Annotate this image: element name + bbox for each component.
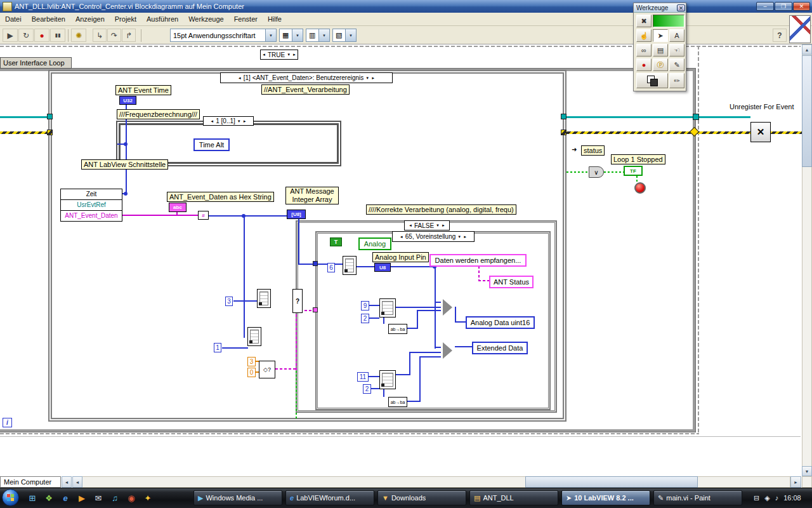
chevron-down-icon[interactable]: ▼	[265, 29, 276, 41]
sequence-selector[interactable]: ◄ 1 [0..1] ▼ ►	[203, 116, 254, 126]
event-structure-selector[interactable]: ◄ [1] <ANT_Event_Daten>: Benutzerereigni…	[220, 72, 393, 83]
quick-launch-icon[interactable]: ✉	[91, 491, 105, 505]
swap-bytes-node[interactable]: ab→ba	[388, 397, 407, 407]
u8-array-terminal[interactable]: [U8]	[287, 210, 306, 219]
taskbar-button-labview[interactable]: ➤ 10 LabVIEW 8.2 ...	[561, 490, 650, 505]
array-subset-node[interactable]	[379, 370, 396, 389]
numeric-constant[interactable]: 6	[327, 263, 335, 272]
font-selector[interactable]: 15pt Anwendungsschriftart ▼	[170, 29, 277, 42]
index-array-node[interactable]	[247, 327, 261, 346]
close-button[interactable]: ✕	[793, 2, 810, 11]
quick-launch-icon[interactable]: ✦	[141, 491, 155, 505]
select-comparison-node[interactable]: ◇?	[259, 361, 275, 378]
reorder-objects-dropdown[interactable]: ▧ ▼	[332, 29, 357, 42]
breakpoint-tool[interactable]: ●	[636, 58, 652, 71]
quick-launch-icon[interactable]: ◉	[124, 491, 138, 505]
step-out-button[interactable]: ↱	[122, 29, 136, 42]
chevron-down-icon[interactable]: ▼	[318, 29, 329, 41]
run-button[interactable]: ▶	[3, 29, 18, 42]
taskbar-button-downloads[interactable]: ▼ Downloads	[377, 490, 466, 505]
unbundle-field-ant-event-daten[interactable]: ANT_Event_Daten	[61, 211, 122, 221]
case-next-icon[interactable]: ►	[243, 119, 247, 123]
scroll-up-button[interactable]: ▲	[802, 44, 812, 55]
tf-boolean-terminal[interactable]: TF	[624, 166, 643, 176]
or-gate-node[interactable]: ∨	[589, 166, 604, 178]
scroll-right-button[interactable]: ►	[790, 476, 801, 488]
case-next-icon[interactable]: ►	[442, 224, 445, 227]
step-into-button[interactable]: ↳	[93, 29, 107, 42]
align-objects-dropdown[interactable]: ▦ ▼	[279, 29, 303, 42]
build-array-node[interactable]	[441, 298, 455, 316]
pause-button[interactable]: ▮▮	[50, 29, 65, 42]
operate-value-tool[interactable]: ☝	[636, 29, 652, 42]
numeric-constant[interactable]: 9	[361, 301, 369, 311]
quick-launch-icon[interactable]: ❖	[42, 491, 56, 505]
set-color-tool[interactable]	[636, 73, 668, 88]
scroll-left-button[interactable]: ◄	[72, 476, 82, 488]
menu-anzeigen[interactable]: Anzeigen	[70, 13, 110, 25]
numeric-constant[interactable]: 1	[214, 343, 221, 352]
chevron-down-icon[interactable]: ▼	[292, 29, 303, 41]
start-button[interactable]	[2, 489, 19, 506]
numeric-constant[interactable]: 2	[361, 314, 369, 323]
position-select-tool[interactable]: ➤	[653, 29, 668, 42]
u32-terminal[interactable]: U32	[119, 96, 136, 105]
index-array-node[interactable]	[343, 256, 357, 275]
taskbar-button-ant-dll[interactable]: ▤ ANT_DLL	[469, 490, 558, 505]
case-false-selector[interactable]: ◄ FALSE ▼ ►	[404, 220, 450, 231]
step-over-button[interactable]: ↷	[107, 29, 121, 42]
chevron-down-icon[interactable]: ▼	[436, 224, 440, 227]
volume-tray-icon[interactable]: ♪	[775, 494, 779, 502]
maximize-button[interactable]: ❐	[775, 2, 792, 11]
case-prev-icon[interactable]: ◄	[238, 76, 242, 80]
index-array-node[interactable]	[257, 289, 271, 308]
unbundle-by-name-node[interactable]: Zeit UsrEvtRef ANT_Event_Daten	[60, 189, 122, 222]
unbundle-field-zeit[interactable]: Zeit	[61, 189, 122, 200]
probe-tool[interactable]: Ⓟ	[653, 58, 668, 71]
run-continuous-button[interactable]: ↻	[18, 29, 34, 42]
menu-bearbeiten[interactable]: Bearbeiten	[27, 13, 70, 25]
numeric-constant[interactable]: 3	[225, 297, 233, 306]
menu-ausfuehren[interactable]: Ausführen	[141, 13, 183, 25]
shortcut-menu-tool[interactable]: ▤	[653, 44, 668, 57]
build-array-node[interactable]	[441, 342, 455, 358]
menu-projekt[interactable]: Projekt	[110, 13, 141, 25]
menu-werkzeuge[interactable]: Werkzeuge	[183, 13, 228, 25]
minimize-button[interactable]: –	[756, 2, 774, 11]
taskbar-button-wmp[interactable]: ▶ Windows Media ...	[193, 490, 282, 505]
horizontal-scroll-thumb[interactable]	[525, 476, 698, 488]
tab-scroll-left-button[interactable]: ◄	[62, 476, 72, 488]
case-prev-icon[interactable]: ◄	[210, 119, 214, 123]
iteration-terminal[interactable]: i	[3, 418, 12, 427]
numeric-constant-orange[interactable]: 3	[247, 357, 256, 366]
u8-terminal[interactable]: U8	[374, 263, 391, 272]
chevron-down-icon[interactable]: ▼	[457, 235, 461, 239]
case-prev-icon[interactable]: ◄	[262, 53, 266, 57]
abc-string-terminal[interactable]: abc	[169, 203, 187, 212]
vertical-scroll-thumb[interactable]	[802, 55, 812, 167]
case-inner-selector[interactable]: ◄ 65, Voreinstellung ▼ ►	[392, 231, 475, 242]
quick-launch-icon[interactable]: ⊞	[25, 491, 39, 505]
select-node[interactable]: ?	[292, 289, 303, 313]
palette-close-button[interactable]: ✕	[677, 4, 685, 11]
edit-text-tool[interactable]: A	[669, 29, 684, 42]
chevron-down-icon[interactable]: ▼	[345, 29, 356, 41]
hex-to-byte-array-node[interactable]: #	[198, 211, 209, 220]
scroll-down-button[interactable]: ▼	[802, 466, 812, 476]
network-tray-icon[interactable]: ⊟	[754, 494, 759, 502]
menu-datei[interactable]: Datei	[0, 13, 27, 25]
quick-launch-icon[interactable]: ▶	[75, 491, 89, 505]
case-next-icon[interactable]: ►	[463, 235, 467, 239]
get-color-tool[interactable]: ✎	[669, 58, 684, 71]
array-subset-node[interactable]	[379, 298, 396, 318]
stop-button[interactable]	[634, 182, 646, 194]
unregister-for-events-node[interactable]: ✕	[750, 122, 771, 142]
clock[interactable]: 16:08	[783, 494, 801, 502]
menu-hilfe[interactable]: Hilfe	[263, 13, 287, 25]
case-next-icon[interactable]: ►	[292, 53, 296, 57]
chevron-down-icon[interactable]: ▼	[237, 119, 241, 123]
auto-tool-button[interactable]: ✖	[636, 15, 652, 27]
chevron-down-icon[interactable]: ▼	[365, 76, 369, 80]
scroll-tool[interactable]: ☜	[669, 44, 684, 57]
case-prev-icon[interactable]: ◄	[400, 235, 403, 239]
